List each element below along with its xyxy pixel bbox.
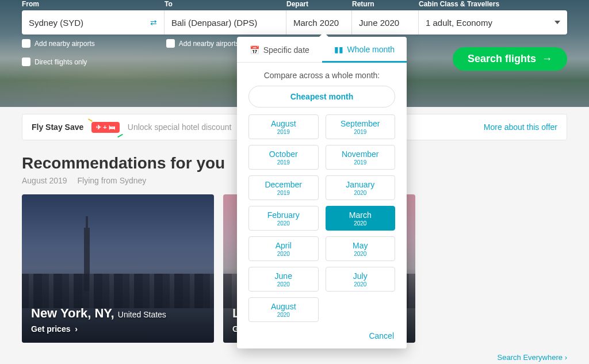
depart-input[interactable]: March 2020 xyxy=(286,10,352,35)
label-from: From xyxy=(22,0,165,8)
month-option-november-2019[interactable]: November2019 xyxy=(326,145,396,170)
label-depart: Depart xyxy=(286,0,352,8)
month-year: 2019 xyxy=(326,129,395,135)
nearby-to-label: Add nearby airports xyxy=(179,40,239,48)
month-option-september-2019[interactable]: September2019 xyxy=(326,114,396,139)
card-city: New York, NY, xyxy=(31,306,118,320)
month-name: May xyxy=(326,241,395,250)
tab-specific-label: Specific date xyxy=(263,45,309,55)
recommendation-card[interactable]: New York, NY, United StatesGet prices › xyxy=(22,194,214,343)
compare-text: Compare across a whole month: xyxy=(237,63,407,86)
month-option-august-2019[interactable]: August2019 xyxy=(248,114,319,139)
search-bar: Sydney (SYD) ⇄ Bali (Denpasar) (DPS) Mar… xyxy=(22,10,567,35)
month-option-april-2020[interactable]: April2020 xyxy=(248,236,319,261)
month-option-december-2019[interactable]: December2019 xyxy=(248,175,319,200)
checkbox-icon xyxy=(166,39,175,48)
month-name: September xyxy=(326,119,395,128)
month-option-february-2020[interactable]: February2020 xyxy=(248,206,319,231)
month-year: 2019 xyxy=(249,159,318,166)
bar-chart-icon: ▮▮ xyxy=(334,45,343,54)
month-name: November xyxy=(326,150,395,159)
month-name: June xyxy=(249,271,318,281)
month-year: 2020 xyxy=(249,281,318,288)
banner-pill: ✈ + 🛏 xyxy=(91,122,120,133)
month-name: March xyxy=(326,210,395,220)
month-name: December xyxy=(249,180,318,189)
month-name: February xyxy=(249,210,318,220)
calendar-icon: 📅 xyxy=(250,45,259,55)
month-year: 2020 xyxy=(249,312,318,318)
tab-whole-label: Whole month xyxy=(347,45,395,54)
card-country: United States xyxy=(118,310,166,319)
rec-date: August 2019 xyxy=(22,176,67,185)
cheapest-month-button[interactable]: Cheapest month xyxy=(248,86,395,108)
month-year: 2020 xyxy=(249,220,318,227)
chevron-right-icon: › xyxy=(565,353,567,362)
cabin-input[interactable]: 1 adult, Economy xyxy=(419,10,567,35)
month-name: October xyxy=(249,150,318,159)
search-labels-row: From To Depart Return Cabin Class & Trav… xyxy=(22,0,567,10)
date-popover: 📅 Specific date ▮▮ Whole month Compare a… xyxy=(237,37,407,348)
month-year: 2020 xyxy=(326,220,395,227)
to-value: Bali (Denpasar) (DPS) xyxy=(171,18,257,28)
month-name: January xyxy=(326,180,395,189)
month-option-january-2020[interactable]: January2020 xyxy=(326,175,396,200)
month-name: August xyxy=(249,119,318,128)
return-input[interactable]: June 2020 xyxy=(352,10,419,35)
month-option-august-2020[interactable]: August2020 xyxy=(248,297,319,322)
search-button-label: Search flights xyxy=(468,53,536,65)
banner-title: Fly Stay Save xyxy=(32,122,83,132)
cabin-value: 1 adult, Economy xyxy=(426,18,492,28)
label-to: To xyxy=(165,0,286,8)
nearby-from-label: Add nearby airports xyxy=(35,40,95,48)
arrow-right-icon: → xyxy=(542,53,552,65)
month-name: April xyxy=(249,241,318,250)
return-value: June 2020 xyxy=(359,18,399,28)
direct-flights-checkbox[interactable]: Direct flights only xyxy=(22,58,87,66)
label-cabin: Cabin Class & Travellers xyxy=(419,0,567,8)
search-everywhere-link[interactable]: Search Everywhere › xyxy=(498,353,567,362)
month-name: August xyxy=(249,302,318,311)
month-year: 2020 xyxy=(326,190,395,196)
month-option-march-2020[interactable]: March2020 xyxy=(326,206,396,231)
chevron-down-icon xyxy=(554,21,560,24)
tab-specific-date[interactable]: 📅 Specific date xyxy=(237,37,322,62)
cancel-button[interactable]: Cancel xyxy=(237,325,407,343)
month-name: July xyxy=(326,271,395,281)
month-year: 2020 xyxy=(249,251,318,257)
depart-value: March 2020 xyxy=(293,18,339,28)
rec-flying-from: Flying from Sydney xyxy=(78,176,147,185)
checkbox-icon xyxy=(22,39,30,48)
nearby-from-checkbox[interactable]: Add nearby airports xyxy=(22,39,95,48)
label-return: Return xyxy=(352,0,419,8)
direct-flights-label: Direct flights only xyxy=(35,58,87,66)
month-option-june-2020[interactable]: June2020 xyxy=(248,267,319,292)
month-option-october-2019[interactable]: October2019 xyxy=(248,145,319,170)
month-year: 2020 xyxy=(326,281,395,288)
month-year: 2019 xyxy=(326,159,395,166)
month-year: 2019 xyxy=(249,190,318,196)
swap-icon[interactable]: ⇄ xyxy=(150,18,157,27)
get-prices-link[interactable]: Get prices › xyxy=(31,324,205,334)
from-input[interactable]: Sydney (SYD) ⇄ xyxy=(22,10,165,35)
month-year: 2019 xyxy=(249,129,318,135)
month-option-july-2020[interactable]: July2020 xyxy=(326,267,396,292)
search-flights-button[interactable]: Search flights → xyxy=(453,47,567,71)
month-option-may-2020[interactable]: May2020 xyxy=(326,236,396,261)
to-input[interactable]: Bali (Denpasar) (DPS) xyxy=(165,10,286,35)
tab-whole-month[interactable]: ▮▮ Whole month xyxy=(322,37,407,63)
banner-more-link[interactable]: More about this offer xyxy=(484,122,557,132)
nearby-to-checkbox[interactable]: Add nearby airports xyxy=(166,39,239,48)
from-value: Sydney (SYD) xyxy=(29,18,83,28)
month-year: 2020 xyxy=(326,251,395,257)
checkbox-icon xyxy=(22,58,30,66)
